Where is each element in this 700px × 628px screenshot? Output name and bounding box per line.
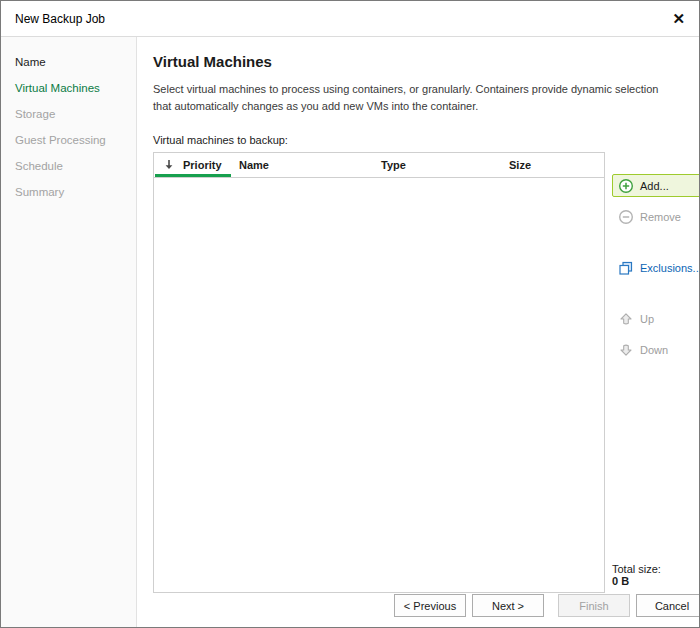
up-button-label: Up [640, 313, 654, 325]
remove-circle-icon [618, 209, 634, 225]
previous-button[interactable]: < Previous [394, 594, 466, 617]
titlebar: New Backup Job ✕ [1, 1, 699, 37]
vm-table: Priority Name Type Size [153, 152, 605, 593]
column-label-priority: Priority [183, 159, 222, 171]
exclusions-button-label: Exclusions... [640, 262, 700, 274]
sort-descending-icon [161, 157, 177, 173]
exclusions-button[interactable]: Exclusions... [612, 256, 700, 279]
cancel-button[interactable]: Cancel [636, 594, 700, 617]
arrow-up-icon [618, 311, 634, 327]
wizard-footer: < Previous Next > Finish Cancel [394, 594, 700, 617]
column-header-priority[interactable]: Priority [154, 153, 239, 177]
sidebar-item-name[interactable]: Name [1, 49, 136, 75]
total-size-label: Total size: [612, 563, 700, 575]
main-panel: Virtual Machines Select virtual machines… [137, 37, 700, 628]
total-size-value: 0 B [612, 575, 700, 587]
window-title: New Backup Job [15, 12, 105, 26]
add-button[interactable]: Add... [612, 174, 700, 197]
sidebar-item-summary: Summary [1, 179, 136, 205]
column-label-name: Name [239, 159, 269, 171]
finish-button[interactable]: Finish [558, 594, 630, 617]
remove-button-label: Remove [640, 211, 681, 223]
page-description: Select virtual machines to process using… [153, 81, 678, 114]
sidebar-item-virtual-machines[interactable]: Virtual Machines [1, 75, 136, 101]
down-button-label: Down [640, 344, 668, 356]
arrow-down-icon [618, 342, 634, 358]
column-label-size: Size [509, 159, 531, 171]
remove-button[interactable]: Remove [612, 205, 700, 228]
vm-actions-column: Add... Remove [612, 152, 700, 593]
total-size: Total size: 0 B [612, 563, 700, 593]
down-button[interactable]: Down [612, 338, 700, 361]
new-backup-job-window: New Backup Job ✕ Name Virtual Machines S… [0, 0, 700, 628]
vm-table-header: Priority Name Type Size [154, 153, 604, 178]
column-header-type[interactable]: Type [381, 153, 509, 177]
sidebar-item-schedule: Schedule [1, 153, 136, 179]
sidebar-item-storage: Storage [1, 101, 136, 127]
exclusions-icon [618, 260, 634, 276]
wizard-steps-sidebar: Name Virtual Machines Storage Guest Proc… [1, 37, 137, 628]
vm-table-label: Virtual machines to backup: [153, 134, 700, 146]
add-button-label: Add... [640, 180, 669, 192]
close-icon[interactable]: ✕ [672, 11, 685, 26]
page-title: Virtual Machines [153, 53, 700, 70]
add-circle-icon [618, 178, 634, 194]
column-header-name[interactable]: Name [239, 153, 381, 177]
up-button[interactable]: Up [612, 307, 700, 330]
sidebar-item-guest-processing: Guest Processing [1, 127, 136, 153]
column-label-type: Type [381, 159, 406, 171]
vm-table-body [154, 178, 604, 592]
next-button[interactable]: Next > [472, 594, 544, 617]
column-header-size[interactable]: Size [509, 153, 604, 177]
